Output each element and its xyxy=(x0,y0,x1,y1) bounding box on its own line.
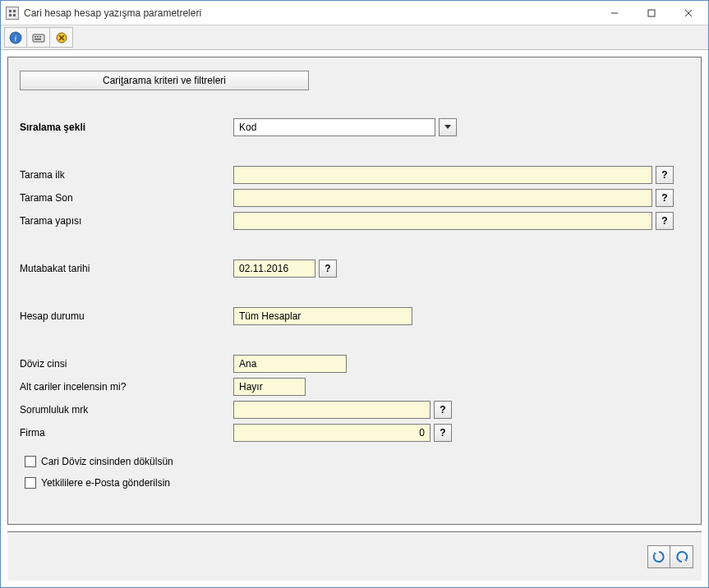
input-tarama-ilk[interactable] xyxy=(233,166,652,184)
help-firma[interactable]: ? xyxy=(434,424,452,442)
field-hesap-durumu[interactable]: Tüm Hesaplar xyxy=(233,307,412,325)
label-mutabakat: Mutabakat tarihi xyxy=(20,263,233,274)
input-firma[interactable] xyxy=(233,424,430,442)
window-controls xyxy=(596,2,707,25)
footer-refresh-button[interactable] xyxy=(647,545,670,568)
label-tarama-yapisi: Tarama yapısı xyxy=(20,215,233,227)
select-box-siralama[interactable]: Kod xyxy=(233,118,435,136)
field-doviz[interactable]: Ana xyxy=(233,355,347,373)
criteria-suffix: arama kriteri ve filtreleri xyxy=(123,75,226,86)
toolbar-help-button[interactable]: i xyxy=(4,27,27,48)
row-doviz: Döviz cinsi Ana xyxy=(20,353,689,374)
svg-rect-14 xyxy=(35,39,41,40)
window: Cari hesap hesap yazışma parametreleri i xyxy=(0,0,709,588)
maximize-button[interactable] xyxy=(633,2,670,25)
row-cb-doviz: Cari Döviz cinsinden dökülsün xyxy=(25,452,689,471)
input-sorumluluk[interactable] xyxy=(233,401,430,419)
minimize-button[interactable] xyxy=(596,2,633,25)
toolbar: i xyxy=(1,25,708,50)
svg-text:i: i xyxy=(15,34,17,43)
row-siralama: Sıralama şekli Kod xyxy=(20,117,689,138)
content-panel: Cari tarama kriteri ve filtreleri Sırala… xyxy=(7,57,702,525)
checkbox-doviz[interactable] xyxy=(25,456,36,467)
label-alt-cariler: Alt cariler incelensin mi? xyxy=(20,381,233,393)
help-tarama-son[interactable]: ? xyxy=(656,189,674,207)
footer xyxy=(7,531,702,581)
label-hesap-durumu: Hesap durumu xyxy=(20,310,233,322)
toolbar-link-button[interactable] xyxy=(50,27,73,48)
row-firma: Firma ? xyxy=(20,422,689,443)
help-mutabakat[interactable]: ? xyxy=(319,260,337,278)
criteria-filters-button[interactable]: Cari tarama kriteri ve filtreleri xyxy=(20,71,309,90)
select-siralama: Kod xyxy=(233,118,457,136)
input-mutabakat[interactable] xyxy=(233,260,315,278)
svg-rect-5 xyxy=(648,10,655,16)
help-tarama-yapisi[interactable]: ? xyxy=(656,212,674,230)
label-doviz: Döviz cinsi xyxy=(20,358,233,370)
label-cb-doviz: Cari Döviz cinsinden dökülsün xyxy=(41,456,173,467)
svg-rect-13 xyxy=(39,36,41,38)
svg-rect-2 xyxy=(9,14,12,16)
input-tarama-son[interactable] xyxy=(233,189,652,207)
label-tarama-son: Tarama Son xyxy=(20,192,233,204)
row-mutabakat: Mutabakat tarihi ? xyxy=(20,258,689,279)
footer-reset-button[interactable] xyxy=(670,545,693,568)
label-sorumluluk: Sorumluluk mrk xyxy=(20,404,233,416)
close-button[interactable] xyxy=(670,2,707,25)
svg-rect-10 xyxy=(33,34,44,42)
row-tarama-son: Tarama Son ? xyxy=(20,187,689,209)
app-icon xyxy=(6,7,19,20)
svg-rect-3 xyxy=(13,14,16,16)
row-alt-cariler: Alt cariler incelensin mi? Hayır xyxy=(20,376,689,397)
svg-rect-1 xyxy=(13,10,16,12)
row-cb-eposta: Yetkililere e-Posta gönderilsin xyxy=(25,473,689,493)
titlebar: Cari hesap hesap yazışma parametreleri xyxy=(1,1,708,25)
row-tarama-ilk: Tarama ilk ? xyxy=(20,164,689,186)
criteria-prefix: Cari xyxy=(103,75,121,86)
label-firma: Firma xyxy=(20,427,233,439)
field-alt-cariler[interactable]: Hayır xyxy=(233,378,306,396)
svg-rect-11 xyxy=(35,36,36,38)
svg-rect-0 xyxy=(9,10,12,12)
dropdown-button-siralama[interactable] xyxy=(439,118,457,136)
window-title: Cari hesap hesap yazışma parametreleri xyxy=(24,7,596,19)
svg-rect-12 xyxy=(37,36,39,38)
row-hesap-durumu: Hesap durumu Tüm Hesaplar xyxy=(20,305,689,327)
label-siralama: Sıralama şekli xyxy=(20,122,233,133)
help-tarama-ilk[interactable]: ? xyxy=(656,166,674,184)
help-sorumluluk[interactable]: ? xyxy=(434,401,452,419)
label-tarama-ilk: Tarama ilk xyxy=(20,169,233,181)
toolbar-keyboard-button[interactable] xyxy=(27,27,50,48)
row-tarama-yapisi: Tarama yapısı ? xyxy=(20,210,689,232)
row-sorumluluk: Sorumluluk mrk ? xyxy=(20,399,689,420)
input-tarama-yapisi[interactable] xyxy=(233,212,652,230)
content-wrap: Cari tarama kriteri ve filtreleri Sırala… xyxy=(1,50,708,587)
label-cb-eposta: Yetkililere e-Posta gönderilsin xyxy=(41,477,170,489)
checkbox-eposta[interactable] xyxy=(25,477,36,489)
